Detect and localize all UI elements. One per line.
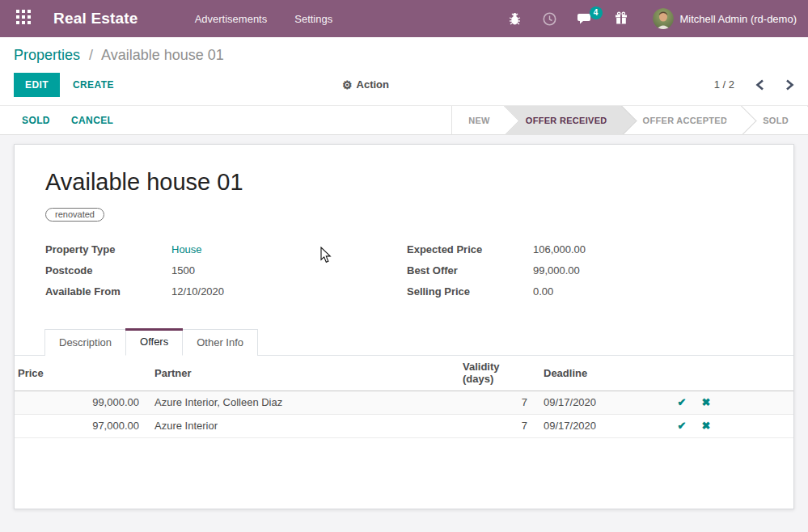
breadcrumb-properties-link[interactable]: Properties — [14, 47, 80, 63]
field-label: Selling Price — [407, 285, 533, 298]
field-grid: Property Type House Postcode 1500 Availa… — [45, 243, 763, 306]
accept-offer-icon[interactable]: ✔ — [678, 420, 687, 432]
statusbar: SOLD CANCEL NEW OFFER RECEIVED OFFER ACC… — [0, 105, 808, 135]
property-title: Available house 01 — [45, 169, 793, 196]
apps-grid-icon — [16, 10, 31, 27]
column-header-deadline[interactable]: Deadline — [531, 356, 670, 391]
gift-icon[interactable] — [614, 11, 628, 26]
best-offer-value: 99,000.00 — [533, 264, 580, 277]
offer-validity: 7 — [459, 391, 531, 415]
tags-row: renovated — [45, 206, 793, 222]
offer-deadline: 09/17/2020 — [531, 415, 670, 438]
offer-row[interactable]: 97,000.00 Azure Interior 7 09/17/2020 ✔ … — [15, 415, 793, 438]
accept-offer-icon[interactable]: ✔ — [678, 396, 687, 408]
pager: 1 / 2 — [714, 78, 794, 91]
navbar-menu: Advertisements Settings — [195, 13, 333, 25]
postcode-value: 1500 — [171, 264, 195, 277]
offer-partner: Azure Interior, Colleen Diaz — [142, 391, 459, 415]
systray: 4 — [508, 8, 797, 29]
tab-offers[interactable]: Offers — [125, 328, 183, 356]
refuse-offer-icon[interactable]: ✖ — [702, 396, 711, 408]
breadcrumb-current: Available house 01 — [101, 47, 224, 63]
pager-count: 1 / 2 — [714, 78, 734, 91]
column-header-validity[interactable]: Validity (days) — [459, 356, 531, 391]
expected-price-value: 106,000.00 — [533, 243, 586, 255]
app-brand-title[interactable]: Real Estate — [53, 10, 138, 27]
tab-other-info[interactable]: Other Info — [182, 329, 258, 356]
offers-table-header: Price Partner Validity (days) Deadline — [15, 356, 793, 391]
field-expected-price: Expected Price 106,000.00 — [407, 243, 763, 255]
messages-icon[interactable]: 4 — [577, 12, 593, 26]
available-from-value: 12/10/2020 — [171, 285, 224, 298]
offer-deadline: 09/17/2020 — [531, 391, 670, 415]
messages-count-badge[interactable]: 4 — [590, 6, 603, 19]
pager-next-button[interactable] — [785, 79, 794, 91]
stage-offer-accepted[interactable]: OFFER ACCEPTED — [622, 106, 742, 135]
notebook-tabs: Description Offers Other Info — [15, 328, 793, 356]
offer-row[interactable]: 99,000.00 Azure Interior, Colleen Diaz 7… — [15, 391, 793, 415]
cancel-button[interactable]: CANCEL — [71, 115, 113, 126]
property-type-link[interactable]: House — [171, 243, 202, 255]
breadcrumb-separator: / — [89, 47, 93, 63]
field-label: Best Offer — [407, 264, 533, 277]
control-panel-buttons: EDIT CREATE ⚙ Action 1 / 2 — [14, 72, 794, 97]
field-best-offer: Best Offer 99,000.00 — [407, 264, 763, 277]
offer-validity: 7 — [459, 415, 531, 438]
field-label: Expected Price — [407, 243, 533, 255]
fields-right-column: Expected Price 106,000.00 Best Offer 99,… — [407, 243, 763, 306]
edit-button[interactable]: EDIT — [14, 73, 60, 97]
activities-clock-icon[interactable] — [543, 12, 556, 26]
menu-settings[interactable]: Settings — [294, 13, 332, 25]
field-label: Property Type — [45, 243, 171, 255]
action-label: Action — [357, 78, 389, 91]
column-header-partner[interactable]: Partner — [142, 356, 459, 391]
breadcrumb: Properties / Available house 01 — [14, 47, 794, 64]
stage-offer-received[interactable]: OFFER RECEIVED — [505, 106, 622, 135]
field-selling-price: Selling Price 0.00 — [407, 285, 763, 298]
menu-advertisements[interactable]: Advertisements — [195, 13, 268, 25]
apps-menu-button[interactable] — [11, 6, 36, 31]
statusbar-buttons: SOLD CANCEL — [0, 106, 113, 134]
fields-left-column: Property Type House Postcode 1500 Availa… — [45, 243, 407, 306]
form-sheet: Available house 01 renovated Property Ty… — [14, 144, 794, 509]
field-available-from: Available From 12/10/2020 — [45, 285, 407, 298]
create-button[interactable]: CREATE — [73, 79, 114, 91]
selling-price-value: 0.00 — [533, 285, 553, 298]
field-label: Postcode — [45, 264, 171, 277]
top-navbar: Real Estate Advertisements Settings — [0, 0, 808, 37]
control-panel: Properties / Available house 01 EDIT CRE… — [0, 37, 808, 105]
field-postcode: Postcode 1500 — [45, 264, 407, 277]
debug-bug-icon[interactable] — [508, 11, 522, 26]
user-menu[interactable]: Mitchell Admin (rd-demo) — [653, 8, 797, 29]
pager-previous-button[interactable] — [755, 79, 764, 91]
tag-renovated[interactable]: renovated — [45, 208, 104, 222]
offer-price: 97,000.00 — [15, 415, 142, 438]
offer-partner: Azure Interior — [142, 415, 459, 438]
field-property-type: Property Type House — [45, 243, 407, 255]
action-menu-button[interactable]: ⚙ Action — [342, 78, 389, 91]
status-pipeline: NEW OFFER RECEIVED OFFER ACCEPTED SOLD — [451, 106, 808, 134]
offer-price: 99,000.00 — [15, 391, 142, 415]
sold-button[interactable]: SOLD — [22, 115, 50, 126]
user-avatar — [653, 8, 674, 29]
column-header-price[interactable]: Price — [15, 356, 142, 391]
field-label: Available From — [45, 285, 171, 298]
gear-icon: ⚙ — [342, 78, 353, 91]
content-area: Available house 01 renovated Property Ty… — [0, 135, 808, 530]
app-window: Real Estate Advertisements Settings — [0, 0, 808, 532]
stage-new[interactable]: NEW — [452, 106, 505, 135]
tab-description[interactable]: Description — [44, 329, 126, 356]
offers-table: Price Partner Validity (days) Deadline 9… — [15, 356, 793, 438]
user-name-label: Mitchell Admin (rd-demo) — [680, 13, 797, 25]
refuse-offer-icon[interactable]: ✖ — [702, 420, 711, 432]
